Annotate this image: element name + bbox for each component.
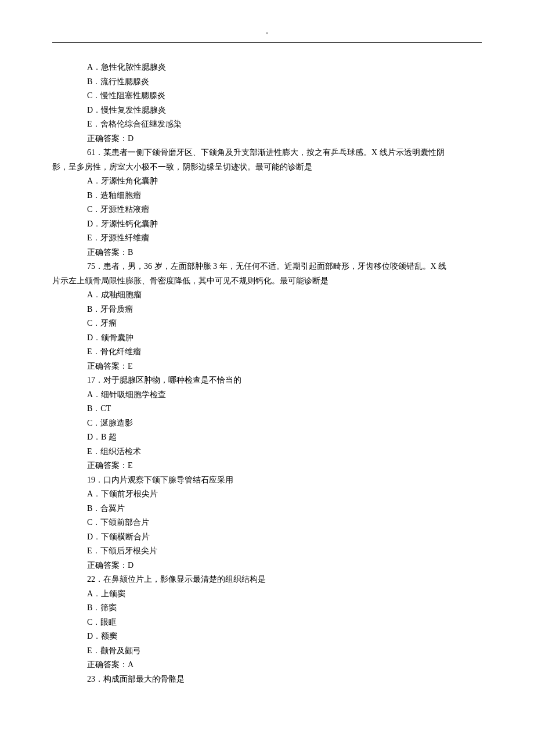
- q75-stem-line2: 片示左上颌骨局限性膨胀、骨密度降低，其中可见不规则钙化。最可能诊断是: [52, 274, 482, 289]
- q19-option-a: A．下颌前牙根尖片: [52, 487, 482, 502]
- q75-option-c: C．牙瘤: [52, 316, 482, 331]
- q75-option-a: A．成釉细胞瘤: [52, 288, 482, 303]
- q19-option-d: D．下颌横断合片: [52, 530, 482, 545]
- q22-option-d: D．额窦: [52, 629, 482, 644]
- q75-option-b: B．牙骨质瘤: [52, 303, 482, 317]
- q19-stem: 19．口内片观察下颌下腺导管结石应采用: [52, 473, 482, 488]
- q75-option-e: E．骨化纤维瘤: [52, 345, 482, 359]
- q61-stem-line1: 61．某患者一侧下颌骨磨牙区、下颌角及升支部渐进性膨大，按之有乒乓球感。X 线片…: [52, 146, 482, 160]
- q17-option-b: B．CT: [52, 402, 482, 416]
- q75-answer: 正确答案：E: [52, 359, 482, 374]
- q60-option-e: E．舍格伦综合征继发感染: [52, 117, 482, 132]
- q61-option-a: A．牙源性角化囊肿: [52, 174, 482, 189]
- q75-stem-line1: 75．患者，男，36 岁，左面部肿胀 3 年，无任何不适。近期引起面部畸形，牙齿…: [52, 260, 482, 274]
- q61-option-b: B．造釉细胞瘤: [52, 189, 482, 203]
- document-page: " A．急性化脓性腮腺炎 B．流行性腮腺炎 C．慢性阻塞性腮腺炎 D．慢性复发性…: [0, 0, 534, 721]
- q17-answer: 正确答案：E: [52, 459, 482, 473]
- q17-option-d: D．B 超: [52, 430, 482, 445]
- q22-option-b: B．筛窦: [52, 601, 482, 615]
- q61-option-e: E．牙源性纤维瘤: [52, 231, 482, 246]
- q17-option-c: C．涎腺造影: [52, 416, 482, 431]
- q60-option-d: D．慢性复发性腮腺炎: [52, 103, 482, 118]
- q75-option-d: D．颌骨囊肿: [52, 331, 482, 345]
- q19-answer: 正确答案：D: [52, 559, 482, 573]
- q22-option-e: E．颧骨及颧弓: [52, 644, 482, 658]
- q23-stem: 23．构成面部最大的骨骼是: [52, 672, 482, 687]
- q17-option-a: A．细针吸细胞学检查: [52, 388, 482, 402]
- q61-answer: 正确答案：B: [52, 246, 482, 260]
- document-content: A．急性化脓性腮腺炎 B．流行性腮腺炎 C．慢性阻塞性腮腺炎 D．慢性复发性腮腺…: [52, 60, 482, 686]
- page-header-mark: ": [52, 29, 482, 40]
- q19-option-e: E．下颌后牙根尖片: [52, 544, 482, 559]
- q61-option-c: C．牙源性粘液瘤: [52, 203, 482, 217]
- q60-option-b: B．流行性腮腺炎: [52, 75, 482, 89]
- q60-answer: 正确答案：D: [52, 132, 482, 146]
- q17-stem: 17．对于腮腺区肿物，哪种检查是不恰当的: [52, 373, 482, 388]
- q61-option-d: D．牙源性钙化囊肿: [52, 217, 482, 232]
- q60-option-c: C．慢性阻塞性腮腺炎: [52, 89, 482, 103]
- q61-stem-line2: 影，呈多房性，房室大小极不一致，阴影边缘呈切迹状。最可能的诊断是: [52, 160, 482, 175]
- q19-option-b: B．合翼片: [52, 502, 482, 516]
- q17-option-e: E．组织活检术: [52, 445, 482, 459]
- q22-answer: 正确答案：A: [52, 658, 482, 672]
- q60-option-a: A．急性化脓性腮腺炎: [52, 60, 482, 75]
- q19-option-c: C．下颌前部合片: [52, 516, 482, 530]
- header-divider: [52, 42, 482, 43]
- q22-option-c: C．眼眶: [52, 615, 482, 630]
- q22-option-a: A．上颌窦: [52, 587, 482, 602]
- q22-stem: 22．在鼻颏位片上，影像显示最清楚的组织结构是: [52, 573, 482, 587]
